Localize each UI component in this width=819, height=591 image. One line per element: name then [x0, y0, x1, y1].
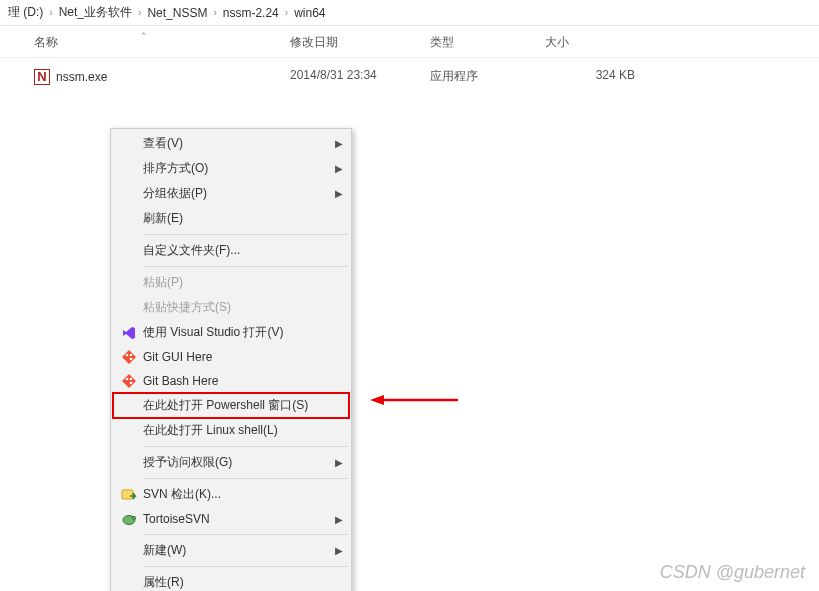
svg-point-0 [126, 354, 129, 357]
chevron-right-icon: › [138, 7, 141, 18]
svg-point-8 [132, 516, 135, 519]
svg-rect-6 [122, 490, 133, 499]
menu-item-label: 自定义文件夹(F)... [141, 242, 343, 259]
menu-item[interactable]: 属性(R) [113, 570, 349, 591]
menu-item[interactable]: 授予访问权限(G)▶ [113, 450, 349, 475]
column-header-date[interactable]: 修改日期 [290, 34, 430, 51]
menu-item-label: 在此处打开 Powershell 窗口(S) [141, 397, 343, 414]
chevron-right-icon: › [285, 7, 288, 18]
vs-icon [117, 325, 141, 341]
chevron-right-icon: ▶ [335, 514, 343, 525]
svg-point-3 [126, 378, 129, 381]
context-menu: 查看(V)▶排序方式(O)▶分组依据(P)▶刷新(E)自定义文件夹(F)...粘… [110, 128, 352, 591]
menu-separator [143, 234, 348, 235]
breadcrumb-item[interactable]: Net_NSSM [147, 6, 207, 20]
menu-item[interactable]: TortoiseSVN▶ [113, 507, 349, 531]
menu-item[interactable]: SVN 检出(K)... [113, 482, 349, 507]
menu-separator [143, 266, 348, 267]
file-type: 应用程序 [430, 68, 545, 85]
menu-item: 粘贴快捷方式(S) [113, 295, 349, 320]
breadcrumb-item[interactable]: 理 (D:) [8, 4, 43, 21]
breadcrumb-item[interactable]: win64 [294, 6, 325, 20]
menu-item-label: 排序方式(O) [141, 160, 335, 177]
svg-point-1 [130, 358, 133, 361]
column-header-name[interactable]: 名称 ⌃ [0, 34, 290, 51]
chevron-right-icon: ▶ [335, 188, 343, 199]
menu-separator [143, 534, 348, 535]
menu-separator [143, 478, 348, 479]
menu-item: 粘贴(P) [113, 270, 349, 295]
menu-item-label: 查看(V) [141, 135, 335, 152]
column-header-size[interactable]: 大小 [545, 34, 655, 51]
column-header-type[interactable]: 类型 [430, 34, 545, 51]
menu-item-label: 刷新(E) [141, 210, 343, 227]
menu-item-label: 授予访问权限(G) [141, 454, 335, 471]
menu-item-label: SVN 检出(K)... [141, 486, 343, 503]
file-name: nssm.exe [56, 70, 107, 84]
menu-item[interactable]: 排序方式(O)▶ [113, 156, 349, 181]
menu-item-label: 分组依据(P) [141, 185, 335, 202]
watermark: CSDN @gubernet [660, 562, 805, 583]
menu-item[interactable]: 在此处打开 Linux shell(L) [113, 418, 349, 443]
git-icon [117, 373, 141, 389]
svg-point-5 [130, 378, 133, 381]
breadcrumb-item[interactable]: Net_业务软件 [59, 4, 132, 21]
git-icon [117, 349, 141, 365]
menu-item-label: 属性(R) [141, 574, 343, 591]
file-size: 324 KB [545, 68, 655, 85]
chevron-right-icon: ▶ [335, 545, 343, 556]
menu-item[interactable]: 自定义文件夹(F)... [113, 238, 349, 263]
app-icon: N [34, 69, 50, 85]
menu-item-label: 粘贴(P) [141, 274, 343, 291]
chevron-right-icon: ▶ [335, 457, 343, 468]
svg-point-4 [130, 382, 133, 385]
table-row[interactable]: N nssm.exe 2014/8/31 23:34 应用程序 324 KB [0, 58, 819, 95]
svg-marker-10 [370, 395, 384, 405]
chevron-right-icon: ▶ [335, 163, 343, 174]
menu-item[interactable]: 查看(V)▶ [113, 131, 349, 156]
menu-separator [143, 446, 348, 447]
chevron-right-icon: › [49, 7, 52, 18]
menu-item-label: Git GUI Here [141, 350, 343, 364]
svg-point-2 [130, 354, 133, 357]
menu-item-label: 在此处打开 Linux shell(L) [141, 422, 343, 439]
menu-item[interactable]: 使用 Visual Studio 打开(V) [113, 320, 349, 345]
menu-item[interactable]: Git Bash Here [113, 369, 349, 393]
menu-item[interactable]: 在此处打开 Powershell 窗口(S) [113, 393, 349, 418]
file-date: 2014/8/31 23:34 [290, 68, 430, 85]
breadcrumb[interactable]: 理 (D:) › Net_业务软件 › Net_NSSM › nssm-2.24… [0, 0, 819, 26]
svn-checkout-icon [117, 487, 141, 503]
menu-item[interactable]: 新建(W)▶ [113, 538, 349, 563]
menu-item[interactable]: Git GUI Here [113, 345, 349, 369]
sort-indicator-icon: ⌃ [140, 31, 148, 41]
tortoise-icon [117, 511, 141, 527]
menu-item-label: Git Bash Here [141, 374, 343, 388]
menu-item[interactable]: 分组依据(P)▶ [113, 181, 349, 206]
menu-item-label: TortoiseSVN [141, 512, 335, 526]
annotation-arrow-icon [370, 393, 460, 407]
column-label: 名称 [34, 35, 58, 49]
menu-item-label: 新建(W) [141, 542, 335, 559]
menu-item-label: 粘贴快捷方式(S) [141, 299, 343, 316]
chevron-right-icon: › [213, 7, 216, 18]
menu-item-label: 使用 Visual Studio 打开(V) [141, 324, 343, 341]
menu-item[interactable]: 刷新(E) [113, 206, 349, 231]
chevron-right-icon: ▶ [335, 138, 343, 149]
breadcrumb-item[interactable]: nssm-2.24 [223, 6, 279, 20]
menu-separator [143, 566, 348, 567]
file-list-header: 名称 ⌃ 修改日期 类型 大小 [0, 26, 819, 58]
